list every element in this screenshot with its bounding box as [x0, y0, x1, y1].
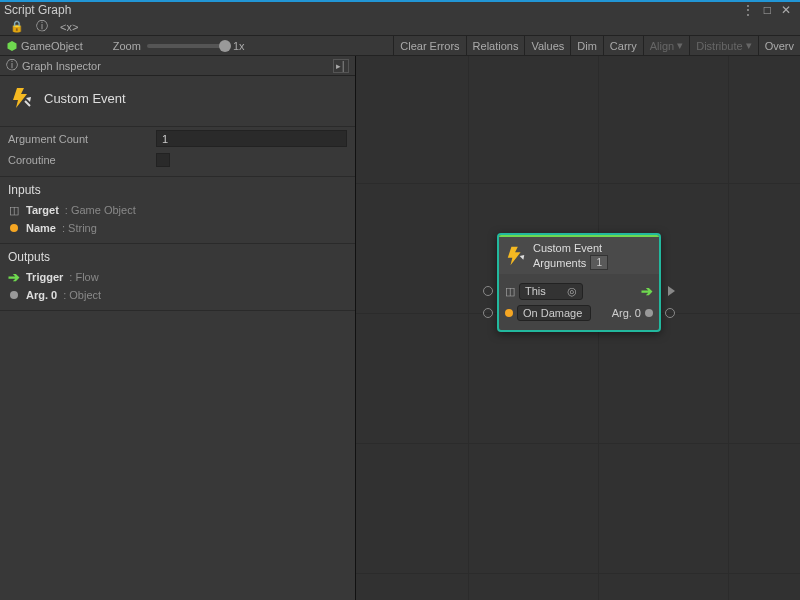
event-bolt-icon [10, 86, 34, 110]
string-dot-icon [505, 309, 513, 317]
node-title: Custom Event [533, 241, 608, 255]
align-dropdown[interactable]: Align ▾ [643, 36, 689, 55]
argument-count-input[interactable] [156, 130, 347, 147]
coroutine-label: Coroutine [8, 154, 156, 166]
outputs-section-header: Outputs [0, 244, 355, 268]
object-dot-icon [645, 309, 653, 317]
port-name: Name [26, 222, 56, 234]
zoom-value: 1x [233, 40, 245, 52]
overview-button[interactable]: Overv [758, 36, 800, 55]
flow-arrow-icon: ➔ [641, 283, 653, 299]
input-name-port[interactable] [483, 308, 493, 318]
window-popout-icon[interactable]: □ [759, 3, 776, 17]
node-arg0-label: Arg. 0 [612, 307, 641, 319]
tab-title: Script Graph [4, 3, 71, 17]
input-port-target: Target : Game Object [0, 201, 355, 219]
output-port-trigger: ➔ Trigger : Flow [0, 268, 355, 286]
window-menu-icon[interactable]: ⋮ [737, 3, 759, 17]
input-target-port[interactable] [483, 286, 493, 296]
coroutine-checkbox[interactable] [156, 153, 170, 167]
output-port-arg0: Arg. 0 : Object [0, 286, 355, 304]
flow-arrow-icon: ➔ [8, 271, 20, 283]
relations-button[interactable]: Relations [466, 36, 525, 55]
distribute-dropdown[interactable]: Distribute ▾ [689, 36, 757, 55]
port-name: Target [26, 204, 59, 216]
inputs-section-header: Inputs [0, 177, 355, 201]
argument-count-label: Argument Count [8, 133, 156, 145]
inspector-node-title: Custom Event [44, 91, 126, 106]
dim-button[interactable]: Dim [570, 36, 603, 55]
input-port-name: Name : String [0, 219, 355, 237]
inspector-header-label: Graph Inspector [22, 60, 101, 72]
node-target-field[interactable]: This [519, 283, 583, 300]
node-arguments-input[interactable] [590, 255, 608, 270]
graph-inspector-panel: Graph Inspector ▸│ Custom Event Argument… [0, 56, 356, 600]
object-dot-icon [10, 291, 18, 299]
custom-event-node[interactable]: Custom Event Arguments This ➔ [497, 233, 661, 332]
output-arg0-port[interactable] [665, 308, 675, 318]
values-button[interactable]: Values [524, 36, 570, 55]
event-bolt-icon [505, 245, 527, 267]
graph-canvas[interactable]: Custom Event Arguments This ➔ [356, 56, 800, 600]
lock-icon[interactable]: 🔒 [4, 20, 30, 33]
string-dot-icon [10, 224, 18, 232]
main-toolbar: GameObject Zoom 1x Clear Errors Relation… [0, 36, 800, 56]
object-picker-icon[interactable] [567, 285, 577, 298]
cube-icon [505, 285, 515, 298]
node-arguments-label: Arguments [533, 256, 586, 270]
variables-icon[interactable]: <x> [54, 21, 84, 33]
node-name-field[interactable]: On Damage [517, 305, 591, 321]
port-name: Arg. 0 [26, 289, 57, 301]
breadcrumb-label: GameObject [21, 40, 83, 52]
clear-errors-button[interactable]: Clear Errors [393, 36, 465, 55]
port-name: Trigger [26, 271, 63, 283]
breadcrumb-gameobject[interactable]: GameObject [0, 40, 89, 52]
output-trigger-port[interactable] [668, 286, 675, 296]
inspector-collapse-icon[interactable]: ▸│ [333, 59, 349, 73]
window-close-icon[interactable]: ✕ [776, 3, 796, 17]
carry-button[interactable]: Carry [603, 36, 643, 55]
icon-toolbar: 🔒 <x> [0, 18, 800, 36]
zoom-slider[interactable] [147, 44, 227, 48]
cube-icon [8, 204, 20, 216]
zoom-label: Zoom [113, 40, 141, 52]
info-icon[interactable] [30, 18, 54, 35]
inspector-info-icon [6, 57, 18, 74]
